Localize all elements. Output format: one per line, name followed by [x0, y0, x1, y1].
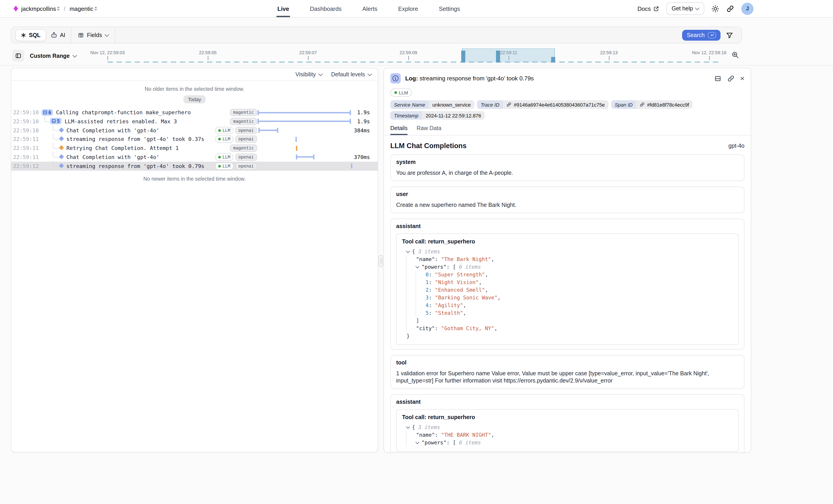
span-duration-bar — [259, 129, 278, 131]
get-help-button[interactable]: Get help — [666, 2, 704, 15]
detail-header: i Log: streaming response from 'gpt-4o' … — [384, 68, 751, 83]
tab-settings[interactable]: Settings — [438, 0, 461, 17]
message-role: system — [396, 159, 739, 165]
log-row[interactable]: 22:59:105LLM-assisted retries enabled. M… — [11, 117, 378, 126]
log-tags: LLMopenai — [215, 163, 257, 170]
field-label: Trace ID — [477, 100, 503, 109]
span-duration-bar — [296, 157, 314, 158]
log-row[interactable]: 22:59:12streaming response from 'gpt-4o'… — [11, 162, 378, 171]
link-icon — [507, 102, 511, 107]
timeline-selection[interactable] — [462, 48, 555, 62]
tree-connector — [53, 125, 59, 131]
green-dot-icon — [218, 156, 221, 159]
log-row[interactable]: 22:59:10Chat Completion with 'gpt-4o'LLM… — [11, 126, 378, 135]
sql-label: SQL — [29, 32, 41, 38]
json-line: 0: "Super Strength", — [402, 271, 733, 279]
json-line: } — [402, 332, 733, 340]
detail-title: Log: streaming response from 'gpt-4o' to… — [405, 75, 710, 82]
trace-waterfall-cell — [258, 144, 357, 153]
collapse-caret-icon[interactable] — [406, 249, 410, 253]
enter-key-icon — [708, 32, 716, 38]
nav-right: Docs Get help J — [637, 0, 754, 17]
tab-alerts[interactable]: Alerts — [361, 0, 378, 17]
ai-mode-button[interactable]: AI — [46, 29, 70, 41]
detail-tab-raw-data[interactable]: Raw Data — [416, 125, 441, 135]
timeline-tick-mark — [609, 56, 610, 60]
user-avatar[interactable]: J — [741, 2, 754, 15]
main-nav-tabs: LiveDashboardsAlertsExploreSettings — [277, 0, 461, 17]
field-badge-service-name[interactable]: Service Nameunknown_service — [390, 100, 474, 109]
collapse-caret-icon[interactable] — [415, 440, 420, 444]
detail-fields: Service Nameunknown_serviceTrace ID#9146… — [384, 97, 751, 120]
message-text: You are professor A, in charge of the A-… — [396, 169, 739, 176]
default-levels-dropdown[interactable]: Default levels — [331, 71, 371, 77]
tag-pill-openai: openai — [235, 136, 257, 143]
json-tree[interactable]: { 3 items"name": "THE BARK NIGHT","power… — [402, 424, 733, 447]
span-count-badge[interactable]: 5 — [50, 118, 62, 124]
duration-label: 1.9s — [338, 118, 370, 125]
log-row[interactable]: 22:59:11Chat Completion with 'gpt-4o'LLM… — [11, 153, 378, 162]
log-timestamp: 22:59:10 — [13, 109, 39, 116]
field-badge-trace-id[interactable]: Trace ID#9146a6974e4e6140538043607a71c75… — [477, 100, 608, 109]
tag-pill-magentic: magentic — [230, 109, 257, 116]
dataset-switcher[interactable]: magentic — [70, 5, 97, 12]
event-tick — [296, 146, 297, 151]
log-tags: LLMopenai — [215, 127, 257, 134]
log-timestamp: 22:59:11 — [13, 136, 39, 143]
chevron-down-icon — [367, 71, 372, 76]
field-row: Service Nameunknown_serviceTrace ID#9146… — [390, 100, 744, 109]
message-role: tool — [396, 359, 739, 366]
message-card-assistant: assistantTool call: return_superhero{ 3 … — [390, 219, 744, 350]
timeline-histogram[interactable]: Nov 12, 22:59:0322:59:0522:59:0722:59:09… — [0, 47, 833, 65]
tab-dashboards[interactable]: Dashboards — [309, 0, 342, 17]
split-view-icon[interactable] — [714, 75, 721, 82]
log-message: Calling chatprompt-function make_superhe… — [56, 109, 191, 116]
duration-label: 1.9s — [338, 109, 370, 116]
json-line: 3: "Barking Sonic Wave", — [402, 294, 733, 302]
share-link-button[interactable] — [727, 5, 734, 13]
detail-header-actions: × — [714, 75, 744, 82]
close-icon[interactable]: × — [740, 75, 744, 81]
docs-link[interactable]: Docs — [637, 5, 659, 12]
tree-connector — [44, 116, 51, 122]
timeline-histogram-bar — [461, 51, 465, 62]
tab-live[interactable]: Live — [277, 0, 290, 17]
log-row[interactable]: 22:59:11streaming response from 'gpt-4o'… — [11, 135, 378, 144]
dataset-name: magentic — [70, 5, 94, 12]
field-badge-timestamp[interactable]: Timestamp2024-11-12 22:59:12.876 — [390, 111, 485, 120]
log-timestamp: 22:59:11 — [13, 145, 39, 151]
panel-resize-handle[interactable] — [379, 255, 383, 267]
green-dot-icon — [218, 138, 221, 141]
log-timestamp: 22:59:10 — [13, 118, 39, 125]
fields-label: Fields — [87, 32, 102, 38]
field-badge-span-id[interactable]: Span ID#fd81e8f78c4ecc9f — [611, 100, 692, 109]
fields-dropdown[interactable]: Fields — [72, 30, 114, 41]
zoom-in-button[interactable] — [731, 51, 739, 61]
collapse-caret-icon[interactable] — [415, 265, 420, 268]
filter-button[interactable] — [726, 31, 733, 39]
json-tree[interactable]: { 3 items"name": "The Bark Night","power… — [402, 248, 733, 340]
detail-tab-details[interactable]: Details — [390, 125, 407, 135]
span-count-badge[interactable]: 6 — [42, 109, 53, 115]
search-bar: SQL AI Fields Search — [11, 27, 742, 43]
log-row[interactable]: 22:59:106Calling chatprompt-function mak… — [11, 108, 378, 117]
timeline-tick-label: Nov 12, 22:59:16 — [692, 50, 727, 55]
timeline-tick-mark — [208, 56, 208, 60]
robot-icon — [50, 32, 57, 39]
org-switcher[interactable]: jackmpcollins — [21, 5, 60, 12]
timeline-histogram-bar — [551, 57, 555, 62]
timeline-tick-mark — [709, 56, 710, 60]
copy-link-icon[interactable] — [727, 75, 734, 82]
log-row[interactable]: 22:59:11Retrying Chat Completion. Attemp… — [11, 144, 378, 153]
collapse-caret-icon[interactable] — [406, 425, 410, 429]
timeline-tick-label: 22:59:05 — [199, 50, 217, 55]
section-title: LLM Chat Completions — [390, 142, 467, 150]
timeline-tick-mark — [408, 56, 409, 60]
visibility-dropdown[interactable]: Visibility — [295, 71, 322, 77]
theme-toggle-button[interactable] — [712, 5, 719, 13]
sql-mode-button[interactable]: SQL — [15, 29, 46, 41]
search-button[interactable]: Search — [682, 30, 720, 41]
tab-explore[interactable]: Explore — [397, 0, 419, 17]
tag-pill-openai: openai — [235, 127, 257, 134]
timeline-tick-label: 22:59:13 — [600, 50, 618, 55]
